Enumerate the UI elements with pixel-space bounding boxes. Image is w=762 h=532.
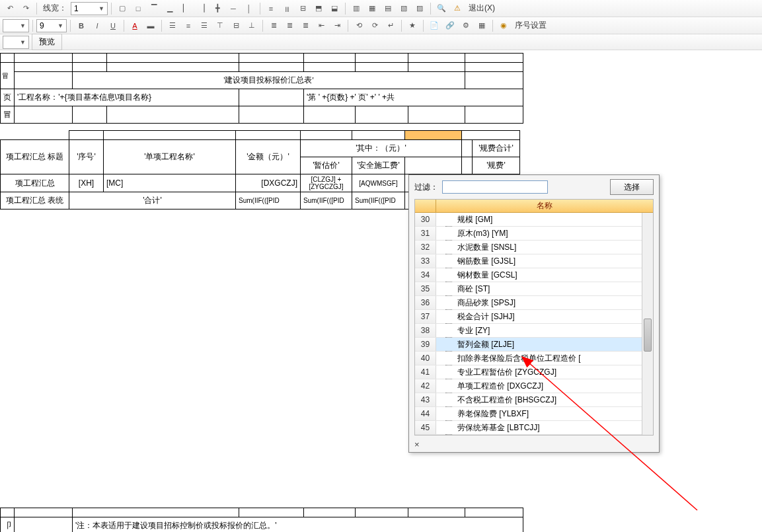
rotate-1-icon[interactable]: ⟲ [352,19,366,33]
sum-label: '合计' [69,192,236,209]
grid-row[interactable]: 35商砼 [ST] [415,282,653,296]
select-button[interactable]: 选择 [610,179,654,195]
align-top-icon[interactable]: ⊤ [213,19,227,33]
border-inner-v-icon[interactable]: │ [242,1,256,16]
grid-row[interactable]: 41专业工程暂估价 [ZYGCZGJ] [415,365,653,379]
style-combo[interactable]: ▼ [3,19,29,32]
grid-row[interactable]: 43不含税工程造价 [BHSGCZJ] [415,393,653,407]
valign-3-icon[interactable]: ≣ [298,19,313,33]
exit-button[interactable]: 退出(X) [466,3,498,14]
split-cell-icon[interactable]: ▥ [349,1,363,16]
insert-row-above-icon[interactable]: ⬒ [311,1,326,16]
col-amount: '金额（元）' [236,140,301,174]
indent-dec-icon[interactable]: ⇤ [314,19,328,33]
grid-row[interactable]: 37税金合计 [SJHJ] [415,310,653,324]
border-inner-icon[interactable]: ╋ [210,1,225,16]
view-combo[interactable]: ▼ [3,36,29,49]
grid-row[interactable]: 34钢材数量 [GCSL] [415,268,653,282]
bold-icon[interactable]: B [74,19,89,33]
props-icon[interactable]: ⚙ [459,19,473,33]
toolbar-1: ↶ ↷ 线宽： 1▼ ▢ □ ▔ ▁ ▏ ▕ ╋ ─ │ ≡ ⫼ ⊟ ⬒ ⬓ ▥… [0,0,762,17]
font-color-icon[interactable]: A [128,19,142,33]
line-width-combo[interactable]: 1▼ [71,2,108,15]
grid-row[interactable]: 38专业 [ZY] [415,324,653,338]
d-safe: [AQWMSGF] [352,174,405,192]
border-top-icon[interactable]: ▔ [147,1,161,16]
insert-row-icon[interactable]: ≡ [264,1,278,16]
col-sub-header: '其中：（元）' [301,140,462,157]
grid-row[interactable]: 45劳保统筹基金 [LBTCJJ] [415,421,653,435]
align-bottom-icon[interactable]: ⊥ [245,19,259,33]
valign-2-icon[interactable]: ≣ [282,19,297,33]
align-center-icon[interactable]: ≡ [181,19,196,33]
col-safe: '安全施工费' [352,157,405,174]
insert-col-icon[interactable]: ⫼ [280,1,294,16]
link-icon[interactable]: 🔗 [443,19,457,33]
grid-row[interactable]: 30规模 [GM] [415,213,653,227]
note-cell: '注：本表适用于建设项目招标控制价或投标报价的汇总。' [73,517,523,533]
active-combo-cell[interactable] [405,157,462,174]
grid-row[interactable]: 42单项工程造价 [DXGCZJ] [415,379,653,393]
underline-icon[interactable]: U [106,19,120,33]
selected-col-header[interactable] [405,131,462,140]
field-grid: 名称 30规模 [GM]31原木(m3) [YM]32水泥数量 [SNSL]33… [414,199,654,436]
tab-preview[interactable]: 预览 [32,34,62,50]
border-left-icon[interactable]: ▏ [178,1,193,16]
delete-row-icon[interactable]: ⊟ [295,1,310,16]
row-label-subheader: 页 [1,89,15,106]
border-none-icon[interactable]: □ [131,1,145,16]
tab-bar: ▼ 预览 [0,34,762,50]
border-inner-h-icon[interactable]: ─ [226,1,241,16]
grid-scrollbar[interactable] [642,213,653,435]
sum-amount: Sum(IIF(([PID [236,192,301,209]
grid-row[interactable]: 32水泥数量 [SNSL] [415,241,653,254]
group-icon[interactable]: ▦ [475,19,489,33]
d-est: [CLZGJ] + [ZYGCZGJ] [301,174,352,192]
border-bottom-icon[interactable]: ▁ [163,1,177,16]
wrap-icon[interactable]: ↵ [383,19,398,33]
grid-3-icon[interactable]: ▨ [412,1,427,16]
insert-row-below-icon[interactable]: ⬓ [327,1,342,16]
filter-input[interactable] [442,180,548,194]
target-icon[interactable]: ◉ [496,19,511,33]
merge-cell-icon[interactable]: ▦ [365,1,379,16]
grid-row[interactable]: 31原木(m3) [YM] [415,227,653,241]
col-name: '单项工程名称' [104,140,236,174]
indent-inc-icon[interactable]: ⇥ [330,19,344,33]
grid-row[interactable]: 33钢筋数量 [GJSL] [415,254,653,268]
seq-setting-button[interactable]: 序号设置 [512,20,549,31]
border-right-icon[interactable]: ▕ [194,1,209,16]
grid-row[interactable]: 40扣除养老保险后含税单位工程造价 [ [415,352,653,365]
grid-row[interactable]: 39暂列金额 [ZLJE] [415,338,653,352]
align-left-icon[interactable]: ☰ [165,19,180,33]
warn-icon[interactable]: ⚠ [450,1,465,16]
popup-close-button[interactable]: × [409,438,659,452]
d-amount: [DXGCZJ] [236,174,301,192]
grid-header-name: 名称 [436,200,653,211]
border-outer-icon[interactable]: ▢ [115,1,130,16]
col-fee-total: '规费合计' [473,140,520,157]
undo-icon[interactable]: ↶ [3,1,17,16]
italic-icon[interactable]: I [90,19,104,33]
align-right-icon[interactable]: ☰ [197,19,211,33]
toolbar-2: ▼ 9▼ B I U A ▬ ☰ ≡ ☰ ⊤ ⊟ ⊥ ≣ ≣ ≣ ⇤ ⇥ ⟲ ⟳… [0,17,762,34]
print-preview-icon[interactable]: 🔍 [434,1,449,16]
copy-icon[interactable]: 📄 [427,19,441,33]
col-seq: '序号' [69,140,104,174]
d-seq: [XH] [69,174,104,192]
redo-icon[interactable]: ↷ [19,1,33,16]
grid-row[interactable]: 44养老保险费 [YLBXF] [415,407,653,421]
col-fee: '规费' [473,157,520,174]
valign-1-icon[interactable]: ≣ [266,19,281,33]
line-width-label: 线宽： [40,3,69,14]
rotate-2-icon[interactable]: ⟳ [367,19,382,33]
fill-color-icon[interactable]: ▬ [143,19,158,33]
star-icon[interactable]: ★ [405,19,420,33]
page-expr-cell: '第 ' +{页数} +' 页' +' ' +共 [304,89,523,106]
font-size-combo[interactable]: 9▼ [36,19,67,32]
grid-row[interactable]: 36商品砂浆 [SPSJ] [415,296,653,310]
col-est: '暂估价' [301,157,352,174]
grid-1-icon[interactable]: ▤ [381,1,395,16]
align-middle-icon[interactable]: ⊟ [229,19,243,33]
grid-2-icon[interactable]: ▧ [397,1,411,16]
